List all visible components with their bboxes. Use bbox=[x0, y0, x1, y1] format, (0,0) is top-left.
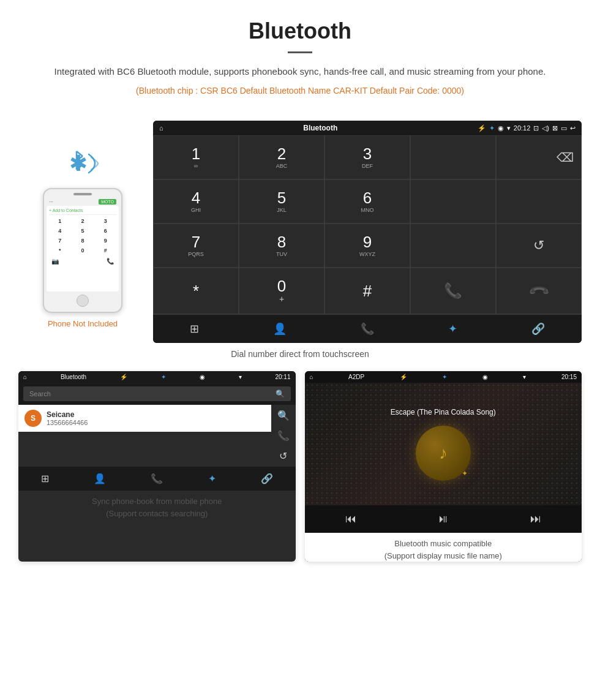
header-divider bbox=[288, 51, 312, 53]
phone-mockup: ··· MOTO + Add to Contacts 1 2 3 4 5 6 7… bbox=[43, 188, 122, 313]
key-1[interactable]: 1 ∞ bbox=[153, 135, 239, 179]
pb-side-refresh-icon[interactable]: ↺ bbox=[279, 450, 287, 462]
camera-icon: ⊡ bbox=[533, 124, 539, 132]
phone-icon[interactable]: 📞 bbox=[361, 322, 374, 336]
contact-info: Seicane 13566664466 bbox=[47, 410, 265, 426]
key-2[interactable]: 2 ABC bbox=[239, 135, 324, 179]
phone-key-3: 3 bbox=[95, 217, 116, 225]
bluetooth-signal-icon: ✱ bbox=[64, 145, 101, 182]
music-center-label: A2DP bbox=[348, 374, 364, 380]
pb-bottom-phone-icon[interactable]: 📞 bbox=[151, 473, 163, 484]
pb-bottom-person-icon[interactable]: 👤 bbox=[94, 473, 106, 484]
pb-time: 20:11 bbox=[275, 374, 290, 380]
pb-bottom-grid-icon[interactable]: ⊞ bbox=[41, 473, 49, 484]
phone-column: ✱ ··· MOTO + Add bbox=[18, 121, 147, 328]
header-description: Integrated with BC6 Bluetooth module, su… bbox=[37, 64, 563, 79]
key-3[interactable]: 3 DEF bbox=[324, 135, 410, 179]
refresh-key[interactable]: ↺ bbox=[496, 224, 582, 268]
pb-side-search-icon[interactable]: 🔍 bbox=[277, 410, 290, 421]
time-display: 20:12 bbox=[514, 124, 531, 132]
phone-screen: + Add to Contacts 1 2 3 4 5 6 7 8 9 * 0 … bbox=[47, 206, 119, 292]
next-track-icon[interactable]: ⏭ bbox=[530, 513, 541, 525]
phonebook-status-bar: ⌂ Bluetooth ⚡ ✦ ◉ ▾ 20:11 bbox=[18, 371, 296, 383]
phone-key-7: 7 bbox=[49, 236, 70, 245]
grid-icon[interactable]: ⊞ bbox=[190, 322, 199, 336]
key-5[interactable]: 5 JKL bbox=[239, 179, 324, 224]
phonebook-screenshot: ⌂ Bluetooth ⚡ ✦ ◉ ▾ 20:11 Search 🔍 S Sei… bbox=[18, 371, 296, 562]
keypad-row-4: * 0+ # 📞 📞 bbox=[153, 268, 582, 314]
location-icon: ◉ bbox=[498, 124, 504, 132]
keypad-row-3: 7 PQRS 8 TUV 9 WXYZ ↺ bbox=[153, 224, 582, 268]
usb-icon: ⚡ bbox=[478, 124, 486, 132]
key-star[interactable]: * bbox=[153, 268, 239, 314]
bluetooth-specs: (Bluetooth chip : CSR BC6 Default Blueto… bbox=[37, 84, 563, 97]
phone-key-8: 8 bbox=[72, 236, 93, 245]
call-red-button[interactable]: 📞 bbox=[496, 268, 582, 314]
music-home-icon: ⌂ bbox=[310, 374, 313, 380]
key-0[interactable]: 0+ bbox=[239, 268, 324, 314]
phone-add-contact: + Add to Contacts bbox=[49, 208, 116, 215]
volume-icon: ◁) bbox=[542, 124, 549, 132]
call-green-button[interactable]: 📞 bbox=[410, 268, 496, 314]
contact-row[interactable]: S Seicane 13566664466 bbox=[18, 405, 271, 432]
pb-home-icon: ⌂ bbox=[23, 374, 27, 380]
phone-key-1: 1 bbox=[49, 217, 70, 225]
phonebook-bottom-bar: ⊞ 👤 📞 ✦ 🔗 bbox=[18, 467, 296, 491]
bluetooth-status-icon: ✦ bbox=[489, 124, 495, 132]
phonebook-caption-line1: Sync phone-book from mobile phone bbox=[92, 497, 222, 506]
phone-keypad: 1 2 3 4 5 6 7 8 9 * 0 # bbox=[49, 217, 116, 255]
phone-key-9: 9 bbox=[95, 236, 116, 245]
music-caption: Bluetooth music compatible (Support disp… bbox=[305, 533, 582, 562]
contacts-icon[interactable]: 👤 bbox=[273, 322, 287, 336]
pb-bottom-link-icon[interactable]: 🔗 bbox=[261, 473, 273, 484]
music-content-area: Escape (The Pina Colada Song) ♪ ✦ bbox=[305, 383, 582, 505]
backspace-icon: ⌫ bbox=[557, 150, 574, 165]
bluetooth-icon[interactable]: ✦ bbox=[448, 322, 457, 336]
key-6[interactable]: 6 MNO bbox=[324, 179, 410, 224]
search-input-mock[interactable]: Search 🔍 bbox=[23, 386, 291, 401]
phonebook-search-area: Search 🔍 bbox=[18, 383, 296, 405]
phone-home-button bbox=[77, 295, 89, 307]
key-empty-r2c4 bbox=[410, 179, 496, 224]
key-7[interactable]: 7 PQRS bbox=[153, 224, 239, 268]
key-8[interactable]: 8 TUV bbox=[239, 224, 324, 268]
wifi-icon: ▾ bbox=[507, 124, 511, 132]
pb-usb-icon: ⚡ bbox=[120, 374, 127, 380]
rect-icon: ▭ bbox=[561, 124, 567, 132]
music-screenshot: ⌂ A2DP ⚡ ✦ ◉ ▾ 20:15 Escape (The Pina Co… bbox=[305, 371, 582, 562]
bluetooth-label: Bluetooth bbox=[303, 124, 337, 132]
backspace-key[interactable]: ⌫ bbox=[496, 135, 582, 179]
music-bt-overlay-icon: ✦ bbox=[462, 469, 468, 478]
pb-wifi-icon: ▾ bbox=[239, 374, 242, 380]
call-green-icon: 📞 bbox=[444, 282, 462, 299]
phonebook-caption: Sync phone-book from mobile phone (Suppo… bbox=[18, 491, 296, 519]
x-box-icon: ⊠ bbox=[552, 124, 558, 132]
dialer-status-bar: ⌂ Bluetooth ⚡ ✦ ◉ ▾ 20:12 ⊡ ◁) ⊠ ▭ ↩ bbox=[153, 121, 582, 135]
key-4[interactable]: 4 GHI bbox=[153, 179, 239, 224]
phonebook-area: S Seicane 13566664466 🔍 📞 ↺ bbox=[18, 405, 296, 467]
key-hash[interactable]: # bbox=[324, 268, 410, 314]
keypad-row-1: 1 ∞ 2 ABC 3 DEF ⌫ bbox=[153, 135, 582, 179]
phone-not-included-label: Phone Not Included bbox=[48, 319, 118, 328]
bottom-screenshots: ⌂ Bluetooth ⚡ ✦ ◉ ▾ 20:11 Search 🔍 S Sei… bbox=[0, 371, 600, 562]
phonebook-caption-line2: (Support contacts searching) bbox=[106, 509, 208, 518]
dialer-screenshot: ⌂ Bluetooth ⚡ ✦ ◉ ▾ 20:12 ⊡ ◁) ⊠ ▭ ↩ 1 ∞ bbox=[153, 121, 582, 343]
dialer-bottom-bar: ⊞ 👤 📞 ✦ 🔗 bbox=[153, 314, 582, 343]
pb-bottom-bt-icon[interactable]: ✦ bbox=[208, 473, 216, 484]
phone-bottom-bar bbox=[47, 292, 119, 308]
pb-side-call-icon[interactable]: 📞 bbox=[277, 430, 290, 442]
refresh-icon: ↺ bbox=[533, 238, 544, 254]
link-icon[interactable]: 🔗 bbox=[531, 322, 545, 336]
prev-track-icon[interactable]: ⏮ bbox=[345, 513, 356, 525]
music-wifi-icon: ▾ bbox=[523, 374, 526, 380]
play-pause-icon[interactable]: ⏯ bbox=[438, 513, 449, 525]
page-header: Bluetooth Integrated with BC6 Bluetooth … bbox=[0, 0, 600, 115]
phone-speaker bbox=[73, 193, 92, 195]
key-9[interactable]: 9 WXYZ bbox=[324, 224, 410, 268]
search-placeholder: Search bbox=[29, 390, 51, 397]
music-time: 20:15 bbox=[561, 374, 577, 380]
contact-avatar: S bbox=[24, 410, 42, 427]
pb-bt-icon: ✦ bbox=[161, 374, 166, 380]
middle-section: ✱ ··· MOTO + Add bbox=[0, 115, 600, 343]
key-empty-r1c4 bbox=[410, 135, 496, 179]
